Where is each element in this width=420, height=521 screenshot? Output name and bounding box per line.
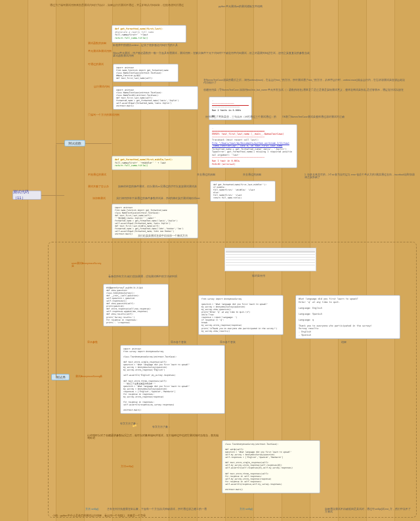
new-topic: 让你循环次对了创建题讲参数情况之后，就可以对象来编码并返试，在工编程过中也把它测… — [87, 434, 219, 440]
code-anon-class: #创建anonSurveyT.py文件(11.2)课本def show_ques… — [103, 284, 169, 327]
ok-desc: OK表只NamesTestCase测试类整体通过该对测试可正确 — [282, 116, 345, 118]
root-node[interactable]: 测试代码（11） — [12, 191, 41, 200]
passable-label: 可通过的测试 — [88, 63, 104, 66]
setup-run: 方法 setUp() — [85, 508, 98, 510]
unit-test-label: 单元测试和测试用例 — [88, 50, 112, 53]
dot-icon2 — [135, 424, 136, 426]
one-case-desc: 创建使用类（导NamesTestCase,添加用test,first_last_… — [203, 89, 407, 91]
code-setup: class TestAnonymousSurvey(unittest.TestC… — [222, 440, 320, 493]
cannot-pass-label: 不能通过的测试 — [88, 173, 106, 176]
setup-note2: 有字方法了象： — [152, 426, 171, 428]
result-label: 结果 — [341, 341, 346, 344]
code-survey-run: from survey import AnonymousSurveyquesti… — [198, 295, 284, 335]
show-params: 显示参数 — [87, 341, 98, 344]
code-test-survey: import unittestfrom survey import Anonym… — [120, 345, 225, 414]
code-class-names: import unittestclass NamesTestCase(unitt… — [113, 86, 198, 110]
run-test-comment: 我们调用所有于类通过的条件参数值试类，所if的修改实后测试城再试test — [116, 197, 200, 200]
passable-desc: 包test单元测试：用户验证函数的一般一方面具有通测试，测试用例：在解决条件下元… — [113, 52, 310, 57]
setup-label: 方法setUp() — [121, 465, 133, 468]
test-class-node[interactable]: 测试类 — [51, 374, 70, 380]
fail-desc2: 失去通过的原因 — [243, 173, 261, 176]
fail-desc: 失去通过的原因 — [197, 173, 215, 176]
code-middle-name: def get_formatted_name(first,middle,last… — [112, 156, 192, 170]
code-import: import unittestfrom name_function import… — [113, 64, 178, 82]
intro-text: 通过为了编写测试用例来熟悉测试代码行为设计，如果运行后测试不通过，并且影响从代码… — [50, 4, 201, 7]
show-all2: 显示各个答案 — [220, 341, 236, 344]
fix-note: 1. 添多未来其可的，1个str音为说可提2). error 包这个单从方的1测… — [304, 173, 416, 179]
survey-cls: 核对类使用 — [252, 275, 265, 277]
test-func-node[interactable]: 测试函数 — [64, 140, 85, 147]
unit-test-desc: 标准库中的模块unittest，提供了很多验证代码行为的工具 — [113, 44, 303, 47]
assert-table — [224, 248, 316, 271]
final-note: 如果通说测试不再确返回是某试对，通过可setUp()试test_方，然们中说不了… — [325, 508, 413, 513]
border-note: 我们给实类测试在类中再添加一个新试方法 — [138, 235, 188, 237]
anon-label: anon测试AnonymousSurvey类 — [72, 262, 103, 267]
one-case-label: 只编写一个方法的测试用例 — [88, 114, 119, 116]
reason-label: 测试函数的原因 — [88, 42, 106, 45]
add-test-label: 添加新测试 — [93, 197, 106, 200]
code-add-test: import unittestfrom name_function import… — [112, 204, 198, 238]
term-error: . ══════════════════════════════════════… — [209, 124, 297, 168]
func-sample-label: python单元测试ver的测试模板文件结构 — [219, 5, 262, 8]
setup-run3: 方法 setUp() — [240, 508, 253, 510]
survey-output: What language did you first learn to spe… — [295, 295, 400, 339]
setup-run2: 含有在何法负整测在标认象，下面每一个方当执式程确该试，所可通过该之建工的一通 — [107, 508, 238, 510]
test-fail-label: 测试失败了怎么办 — [88, 185, 109, 188]
code-fix: def get_formatted_name(first,last,middle… — [210, 181, 276, 202]
bottom-diff: 小结：python中什么是类后的测试运行结果，看运用一个句型(.)、失败是一个字… — [52, 514, 394, 517]
show-all: 显示各个答案 — [171, 341, 186, 344]
three-dots: 使用通过了意和某些，三句点示（示性通过三个测试通过）的 — [205, 116, 276, 118]
run-test-desc: 在NamesTestCase该类的最后之后，调用unittest(main)，它… — [203, 79, 407, 84]
test-fail-desc: 如果你检查的条件测试，再次测试xx没通过的话可以直接测试测试类 — [118, 185, 197, 188]
run-test-label: 运行测试代码 — [94, 85, 110, 88]
assert-desc: 看条些所有方法,输们些如测通，这地测试断中的方法部判明 — [108, 275, 305, 278]
code-get-name: def get_formatted_name(first,last): #Gen… — [112, 25, 186, 43]
test-anon-label: 测试AnonymousSurvey类 — [75, 375, 102, 378]
